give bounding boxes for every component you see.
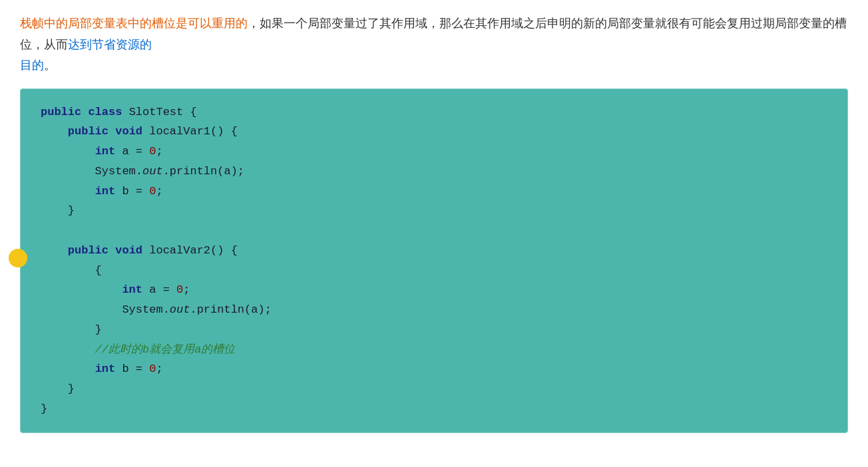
code-line-10: System.out.println(a); (41, 300, 827, 320)
code-line-3: int a = 0; (41, 142, 827, 162)
description-paragraph: 栈帧中的局部变量表中的槽位是可以重用的，如果一个局部变量过了其作用域，那么在其作… (20, 13, 848, 77)
code-line-1: public class SlotTest { (41, 102, 827, 122)
code-line-9: int a = 0; (41, 280, 827, 300)
code-line-14: } (41, 399, 827, 419)
code-line-blank1 (41, 221, 827, 241)
code-line-7: public void localVar2() { (41, 241, 827, 261)
marker-dot (9, 249, 27, 267)
code-block: public class SlotTest { public void loca… (20, 88, 848, 433)
code-line-12: int b = 0; (41, 359, 827, 379)
code-line-11: } (41, 320, 827, 340)
description-highlighted-part1: 栈帧中的局部变量表中的槽位是可以重用的 (20, 17, 248, 30)
code-line-5: int b = 0; (41, 182, 827, 202)
code-line-4: System.out.println(a); (41, 162, 827, 182)
code-line-2: public void localVar1() { (41, 122, 827, 142)
code-line-6: } (41, 201, 827, 221)
code-line-13: } (41, 379, 827, 399)
code-line-comment: //此时的b就会复用a的槽位 (41, 340, 827, 360)
description-part4: 。 (44, 59, 56, 72)
code-line-8: { (41, 261, 827, 281)
